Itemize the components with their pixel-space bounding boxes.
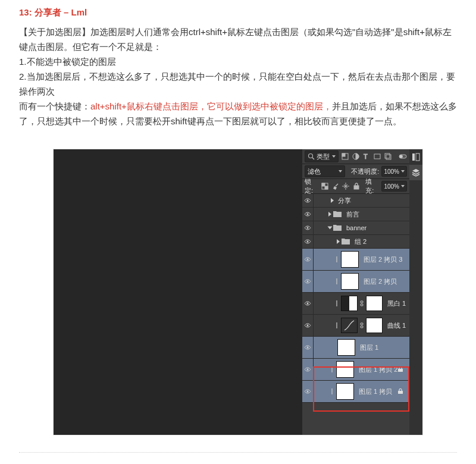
layer-content: 分享 <box>314 194 409 207</box>
svg-point-35 <box>307 369 309 371</box>
svg-rect-33 <box>361 326 363 328</box>
visibility-toggle[interactable] <box>302 293 314 314</box>
filter-smart-icon[interactable] <box>384 152 392 161</box>
filter-pixel-icon[interactable] <box>341 152 349 161</box>
layer-row[interactable]: 图层 2 拷贝 <box>302 271 409 293</box>
chevron-down-icon <box>401 170 405 173</box>
visibility-toggle[interactable] <box>302 271 314 292</box>
canvas-area <box>54 149 302 435</box>
svg-point-26 <box>307 303 309 305</box>
svg-rect-17 <box>354 186 359 189</box>
fill-value[interactable]: 100% <box>381 181 407 192</box>
folder-icon <box>333 211 344 218</box>
layer-name[interactable]: 图层 1 拷贝 2 <box>359 365 397 374</box>
layer-thumbnail[interactable] <box>336 383 354 400</box>
svg-rect-1 <box>416 153 419 161</box>
visibility-toggle[interactable] <box>302 235 314 248</box>
blend-mode-dropdown[interactable]: 滤色 <box>305 165 345 177</box>
layer-name[interactable]: 图层 1 <box>360 343 378 352</box>
svg-rect-37 <box>398 369 403 372</box>
layer-name[interactable]: 曲线 1 <box>387 321 406 330</box>
chain-icon <box>360 322 364 328</box>
siderail-btn-layers[interactable] <box>409 165 422 180</box>
filter-shape-icon[interactable] <box>373 152 381 161</box>
lock-pixels-icon[interactable] <box>331 182 339 190</box>
link-icon <box>330 366 334 372</box>
folder-icon <box>333 224 344 232</box>
layer-thumbnail[interactable] <box>337 339 355 356</box>
opacity-value[interactable]: 100% <box>381 166 407 177</box>
layer-row[interactable]: banner <box>302 221 409 235</box>
svg-text:T: T <box>364 153 368 160</box>
siderail-btn-1[interactable] <box>409 149 422 165</box>
lock-all-icon[interactable] <box>352 182 361 190</box>
visibility-toggle[interactable] <box>302 221 314 234</box>
layer-thumbnail[interactable] <box>341 251 359 268</box>
visibility-toggle[interactable] <box>302 337 314 358</box>
chain-icon <box>360 300 364 306</box>
layer-row[interactable]: 组 2 <box>302 235 409 249</box>
layer-name[interactable]: 黑白 1 <box>387 299 406 308</box>
layer-name[interactable]: 组 2 <box>355 237 367 246</box>
layer-content: 图层 2 拷贝 <box>314 271 409 292</box>
filter-adjustment-icon[interactable] <box>352 152 360 161</box>
filter-text-icon[interactable]: T <box>362 152 371 161</box>
layer-filter-row: 类型 T <box>302 149 409 164</box>
layer-content: 图层 1 拷贝 <box>314 381 409 402</box>
lock-transparent-icon[interactable] <box>321 182 329 190</box>
layer-name[interactable]: 分享 <box>338 196 351 205</box>
layer-name[interactable]: 前言 <box>346 210 359 219</box>
layer-thumbnail[interactable] <box>336 361 354 378</box>
visibility-toggle[interactable] <box>302 381 314 402</box>
svg-point-19 <box>307 214 309 215</box>
svg-point-38 <box>307 391 309 393</box>
layer-row[interactable]: 图层 1 拷贝 2 <box>302 359 409 381</box>
expand-icon[interactable] <box>337 239 340 244</box>
mask-thumbnail[interactable] <box>366 296 383 311</box>
link-icon <box>335 256 339 262</box>
filter-toggle[interactable] <box>399 152 407 161</box>
svg-rect-15 <box>325 186 328 189</box>
layer-content: 曲线 1 <box>314 315 409 336</box>
lock-row: 锁定: 填充: 100% <box>302 179 409 194</box>
layer-row[interactable]: 曲线 1 <box>302 315 409 337</box>
opacity-label: 不透明度: <box>351 167 379 176</box>
link-icon <box>335 322 339 328</box>
layer-row[interactable]: 前言 <box>302 208 409 221</box>
layer-content: 图层 2 拷贝 3 <box>314 249 409 270</box>
lock-position-icon[interactable] <box>342 182 350 190</box>
layer-name[interactable]: banner <box>346 224 367 231</box>
layer-name[interactable]: 图层 1 拷贝 <box>359 387 392 396</box>
layer-name[interactable]: 图层 2 拷贝 3 <box>364 255 402 264</box>
filter-type-dropdown[interactable]: 类型 <box>305 151 339 162</box>
svg-point-20 <box>307 227 309 229</box>
layer-row[interactable]: 图层 2 拷贝 3 <box>302 249 409 271</box>
visibility-toggle[interactable] <box>302 315 314 336</box>
layer-row[interactable]: 图层 1 拷贝 <box>302 381 409 403</box>
visibility-toggle[interactable] <box>302 194 314 207</box>
layer-row[interactable]: 分享 <box>302 194 409 208</box>
svg-rect-9 <box>385 153 390 158</box>
visibility-toggle[interactable] <box>302 249 314 270</box>
adjustment-thumbnail[interactable] <box>341 296 358 311</box>
section-title: 13: 分享者 – Lml <box>19 7 457 18</box>
divider <box>19 452 457 453</box>
svg-point-2 <box>309 154 313 158</box>
expand-icon[interactable] <box>328 227 333 230</box>
expand-icon[interactable] <box>331 198 334 203</box>
svg-rect-0 <box>412 153 415 161</box>
expand-icon[interactable] <box>328 212 331 217</box>
layer-row[interactable]: 黑白 1 <box>302 293 409 315</box>
highlight-shortcut: alt+shift+鼠标右键点击图层，它可以做到选中被锁定的图层， <box>90 101 332 111</box>
visibility-toggle[interactable] <box>302 208 314 221</box>
svg-point-22 <box>307 259 309 261</box>
layer-thumbnail[interactable] <box>341 273 359 290</box>
para-shortcut: 而有一个快捷键：alt+shift+鼠标右键点击图层，它可以做到选中被锁定的图层… <box>19 99 457 128</box>
layer-name[interactable]: 图层 2 拷贝 <box>364 277 397 286</box>
mask-thumbnail[interactable] <box>366 318 383 333</box>
layer-row[interactable]: 图层 1 <box>302 337 409 359</box>
visibility-toggle[interactable] <box>302 359 314 380</box>
adjustment-thumbnail[interactable] <box>341 318 358 333</box>
svg-rect-28 <box>361 301 363 303</box>
layer-content: 图层 1 拷贝 2 <box>314 359 409 380</box>
